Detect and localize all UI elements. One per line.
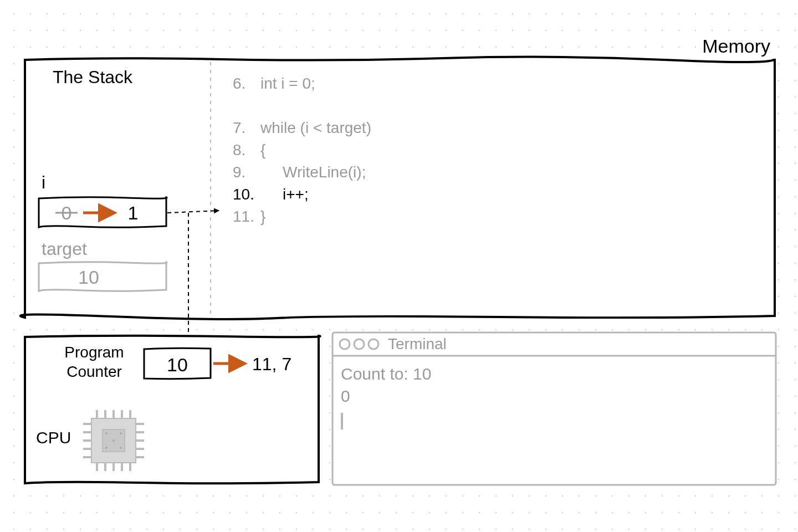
code-lineno: 6.: [233, 75, 245, 92]
pc-next: 11, 7: [252, 354, 291, 374]
svg-point-23: [105, 432, 108, 434]
terminal-title: Terminal: [388, 335, 447, 352]
code-line: i++;: [283, 186, 309, 203]
var-target-name: target: [42, 239, 87, 259]
code-lineno: 11.: [233, 208, 254, 225]
code-line: WriteLine(i);: [283, 163, 366, 181]
cpu-chip-icon: [83, 410, 144, 471]
code-line: int i = 0;: [260, 75, 315, 92]
var-i-new: 1: [128, 202, 139, 223]
terminal-line-1: 0: [341, 387, 350, 405]
code-line: }: [260, 208, 265, 225]
var-i-name: i: [42, 172, 45, 192]
pc-label-1: Program: [64, 344, 124, 361]
code-line: while (i < target): [260, 119, 371, 136]
memory-box: [21, 57, 775, 319]
code-lineno: 8.: [233, 141, 245, 158]
svg-point-24: [120, 432, 122, 434]
svg-point-27: [112, 439, 115, 442]
var-target-value: 10: [78, 267, 99, 288]
pc-value: 10: [167, 354, 188, 375]
code-lineno: 7.: [233, 119, 245, 136]
cpu-label: CPU: [36, 428, 71, 447]
svg-point-25: [105, 447, 108, 449]
code-lineno: 9.: [233, 163, 245, 181]
memory-label: Memory: [702, 35, 770, 57]
svg-point-26: [120, 447, 122, 449]
code-line: {: [260, 141, 265, 158]
terminal-line-0: Count to: 10: [341, 365, 431, 383]
code-lineno: 10.: [233, 186, 254, 203]
terminal-cursor: [341, 413, 343, 429]
stack-label: The Stack: [53, 67, 133, 87]
pc-label-2: Counter: [66, 363, 122, 380]
